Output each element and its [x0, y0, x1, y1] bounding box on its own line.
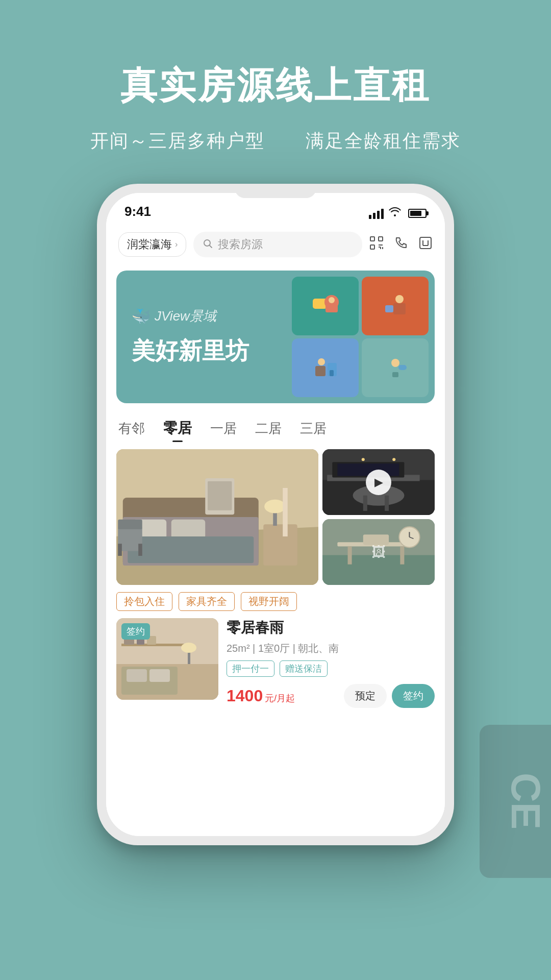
svg-point-20: [318, 358, 325, 365]
tab-lingju[interactable]: 零居: [163, 415, 192, 441]
search-placeholder: 搜索房源: [218, 237, 263, 252]
battery-icon: [408, 209, 427, 218]
location-selector[interactable]: 润棠瀛海 ›: [118, 232, 186, 257]
banner-logo: 🐳 JView景域: [132, 307, 277, 325]
svg-rect-71: [127, 669, 147, 682]
svg-rect-33: [171, 520, 206, 539]
main-title: 真实房源线上直租: [0, 61, 551, 110]
banner-card-2: [362, 277, 429, 335]
listing-card: 签约 零居春雨 25m² | 1室0厅 | 朝北、南 押一付一 赠送保洁 140…: [106, 618, 445, 718]
svg-rect-3: [379, 237, 383, 241]
banner-left: 🐳 JView景域 美好新里坊: [116, 292, 292, 382]
svg-rect-4: [370, 245, 374, 249]
svg-rect-34: [128, 536, 254, 563]
listing-thumbnail[interactable]: 签约: [116, 618, 218, 700]
price-number: 1400: [227, 687, 263, 705]
search-icon: [203, 238, 213, 251]
svg-rect-72: [149, 669, 170, 682]
svg-rect-27: [398, 365, 407, 370]
svg-point-51: [392, 458, 395, 461]
tab-youlin[interactable]: 有邻: [118, 416, 145, 440]
tag-2: 视野开阔: [241, 592, 297, 611]
listing-features: 押一付一 赠送保洁: [227, 660, 435, 677]
svg-rect-54: [385, 496, 389, 511]
svg-rect-35: [263, 524, 297, 566]
room-main-photo: [116, 449, 318, 585]
tag-1: 家具齐全: [179, 592, 235, 611]
sub-title: 开间～三居多种户型 满足全龄租住需求: [0, 129, 551, 154]
listing-price-row: 1400 元/月起 预定 签约: [227, 684, 435, 708]
chevron-right-icon: ›: [175, 240, 178, 249]
reserve-button[interactable]: 预定: [344, 684, 387, 708]
svg-rect-39: [208, 481, 232, 510]
wifi-icon: [389, 207, 401, 219]
banner-logo-text: JView景域: [155, 307, 216, 325]
deco-element: CE: [480, 725, 551, 878]
tag-0: 拎包入住: [116, 592, 172, 611]
hero-section: 真实房源线上直租 开间～三居多种户型 满足全龄租住需求: [0, 61, 551, 154]
svg-rect-26: [392, 372, 398, 377]
sign-badge: 签约: [121, 623, 150, 640]
tab-sanju[interactable]: 三居: [300, 416, 327, 440]
banner-main-text: 美好新里坊: [132, 335, 277, 367]
listing-name: 零居春雨: [227, 618, 435, 638]
price-unit: 元/月起: [265, 692, 295, 704]
svg-rect-44: [138, 544, 142, 556]
banner-card-1: [292, 277, 359, 335]
sub-right: 满足全龄租住需求: [306, 129, 461, 154]
deco-text: CE: [502, 773, 549, 829]
gallery-side-video[interactable]: ▶: [322, 449, 435, 515]
status-time: 9:41: [124, 204, 151, 219]
banner-right: [292, 271, 435, 403]
gallery-main-image[interactable]: [116, 449, 318, 585]
tab-erju[interactable]: 二居: [255, 416, 282, 440]
image-icon: 🖼: [371, 544, 386, 560]
listing-info: 零居春雨 25m² | 1室0厅 | 朝北、南 押一付一 赠送保洁 1400 元…: [227, 618, 435, 708]
svg-rect-53: [363, 496, 367, 511]
svg-rect-9: [420, 237, 431, 249]
room-tags: 拎包入住 家具齐全 视野开阔: [106, 592, 445, 618]
phone-mockup: 9:41: [97, 184, 454, 845]
room-gallery: ▶: [106, 449, 445, 592]
banner-card-4: [362, 338, 429, 397]
svg-rect-2: [370, 237, 374, 241]
listing-price: 1400 元/月起: [227, 687, 295, 705]
status-icons: [369, 207, 427, 219]
gallery-side: ▶: [322, 449, 435, 585]
app-content: 润棠瀛海 › 搜索房源: [106, 224, 445, 836]
phone-icon[interactable]: [394, 236, 408, 254]
category-tabs: 有邻 零居 一居 二居 三居: [106, 411, 445, 449]
svg-point-17: [395, 295, 404, 303]
promotional-banner[interactable]: 🐳 JView景域 美好新里坊: [116, 271, 435, 403]
svg-point-37: [264, 500, 286, 513]
svg-rect-16: [325, 303, 338, 312]
svg-rect-23: [330, 370, 334, 376]
toolbar-icons: [369, 236, 433, 254]
sub-left: 开间～三居多种户型: [90, 129, 265, 154]
svg-point-24: [391, 359, 399, 367]
search-bar: 润棠瀛海 › 搜索房源: [106, 224, 445, 265]
gallery-side-photo[interactable]: 🖼: [322, 519, 435, 585]
banner-card-3: [292, 338, 359, 397]
play-button[interactable]: ▶: [366, 470, 391, 495]
listing-actions: 预定 签约: [344, 684, 435, 708]
svg-point-15: [329, 297, 335, 303]
svg-rect-42: [118, 520, 142, 529]
whale-icon: 🐳: [132, 307, 151, 325]
svg-rect-21: [315, 366, 325, 376]
location-text: 润棠瀛海: [127, 237, 172, 252]
phone-inner: 9:41: [106, 193, 445, 836]
download-icon[interactable]: [418, 236, 433, 254]
signal-icon: [369, 208, 384, 219]
feature-0: 押一付一: [227, 660, 274, 677]
search-input[interactable]: 搜索房源: [193, 232, 362, 257]
feature-1: 赠送保洁: [280, 660, 328, 677]
svg-rect-18: [393, 303, 406, 314]
sign-button[interactable]: 签约: [392, 684, 435, 708]
svg-rect-19: [385, 305, 393, 312]
scan-icon[interactable]: [369, 236, 384, 254]
svg-point-74: [181, 643, 196, 653]
svg-rect-40: [283, 488, 288, 536]
tab-yiju[interactable]: 一居: [210, 416, 237, 440]
svg-point-50: [362, 458, 365, 461]
